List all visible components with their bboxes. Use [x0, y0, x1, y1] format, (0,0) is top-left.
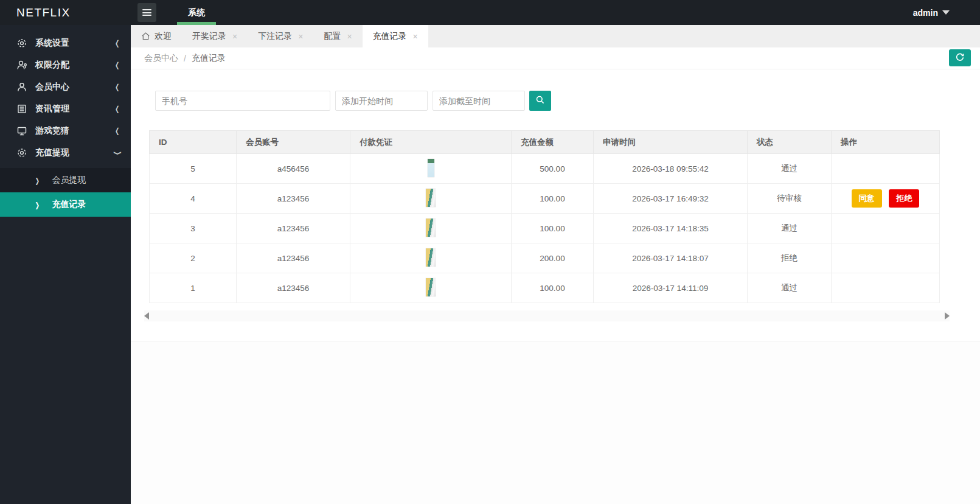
sidebar-item-game-betting[interactable]: 游戏竞猜 ❮ — [0, 120, 131, 142]
cell-id: 3 — [150, 214, 237, 243]
table-row: 3 a123456 100.00 2026-03-17 14:18:35 通过 — [150, 214, 940, 243]
chevron-down-icon: ❮ — [113, 150, 121, 155]
topnav-system-label: 系统 — [188, 7, 205, 18]
cell-account: a123456 — [237, 184, 350, 214]
voucher-thumbnail[interactable] — [428, 159, 434, 177]
cell-operation — [832, 273, 940, 303]
recharge-withdraw-submenu: ❯ 会员提现 ❯ 充值记录 — [0, 168, 131, 217]
top-bar: NETFLIX 系统 admin — [0, 0, 980, 25]
horizontal-scrollbar[interactable] — [144, 310, 950, 321]
sidebar-item-system-settings[interactable]: 系统设置 ❮ — [0, 32, 131, 54]
tab-bet-records[interactable]: 下注记录 × — [248, 25, 313, 47]
tab-config[interactable]: 配置 × — [313, 25, 362, 47]
close-icon[interactable]: × — [413, 32, 418, 41]
arrow-right-icon: ❯ — [35, 176, 40, 184]
user-key-icon — [16, 60, 27, 71]
cell-account: a123456 — [237, 214, 350, 243]
user-menu[interactable]: admin — [913, 8, 950, 18]
sidebar-item-member-center[interactable]: 会员中心 ❮ — [0, 76, 131, 98]
chevron-left-icon: ❮ — [115, 83, 119, 91]
close-icon[interactable]: × — [347, 32, 352, 41]
chevron-left-icon: ❮ — [115, 105, 119, 113]
cell-amount: 100.00 — [512, 273, 594, 303]
search-button[interactable] — [529, 91, 551, 111]
breadcrumb-parent[interactable]: 会员中心 — [144, 53, 178, 64]
table-row: 5 a456456 500.00 2026-03-18 09:55:42 通过 — [150, 154, 940, 184]
cell-apply-time: 2026-03-17 14:18:35 — [594, 214, 748, 243]
status-badge: 通过 — [748, 154, 832, 184]
status-badge: 通过 — [748, 273, 832, 303]
sidebar-item-permissions[interactable]: 权限分配 ❮ — [0, 54, 131, 76]
close-icon[interactable]: × — [298, 32, 303, 41]
chevron-left-icon: ❮ — [115, 127, 119, 135]
sidebar-item-label: 资讯管理 — [35, 103, 69, 114]
sidebar-item-label: 会员中心 — [35, 82, 69, 93]
refresh-icon — [955, 52, 965, 64]
content-footer-area — [131, 341, 980, 504]
col-header-status: 状态 — [748, 131, 832, 154]
start-time-input[interactable] — [335, 91, 428, 111]
sidebar-subitem-label: 会员提现 — [52, 175, 86, 186]
refresh-button[interactable] — [949, 49, 971, 66]
cell-id: 5 — [150, 154, 237, 184]
breadcrumb-current: 充值记录 — [192, 53, 226, 64]
chevron-left-icon: ❮ — [115, 61, 119, 69]
hamburger-icon — [142, 8, 151, 18]
table-row: 2 a123456 200.00 2026-03-17 14:18:07 拒绝 — [150, 243, 940, 273]
tab-label: 充值记录 — [373, 31, 407, 42]
sidebar-subitem-recharge-records[interactable]: ❯ 充值记录 — [0, 192, 131, 217]
table-row: 1 a123456 100.00 2026-03-17 14:11:09 通过 — [150, 273, 940, 303]
chevron-left-icon: ❮ — [115, 39, 119, 47]
gear-icon — [16, 147, 27, 158]
cell-apply-time: 2026-03-17 14:11:09 — [594, 273, 748, 303]
sidebar-item-news-management[interactable]: 资讯管理 ❮ — [0, 98, 131, 120]
tab-recharge-records[interactable]: 充值记录 × — [363, 25, 428, 47]
sidebar-item-label: 系统设置 — [35, 38, 69, 49]
gear-icon — [16, 38, 27, 49]
status-badge: 通过 — [748, 214, 832, 243]
refuse-button[interactable]: 拒绝 — [889, 189, 919, 208]
recharge-records-table: ID 会员账号 付款凭证 充值金额 申请时间 状态 操作 5 a456456 5… — [149, 130, 940, 303]
tab-bar: 欢迎 开奖记录 × 下注记录 × 配置 × 充值记录 × — [131, 25, 980, 47]
tab-label: 配置 — [324, 31, 341, 42]
sidebar-subitem-member-withdraw[interactable]: ❯ 会员提现 — [0, 168, 131, 192]
voucher-thumbnail[interactable] — [426, 248, 436, 267]
voucher-thumbnail[interactable] — [426, 278, 436, 296]
phone-input[interactable] — [155, 91, 330, 111]
status-badge: 待审核 — [748, 184, 832, 214]
col-header-voucher: 付款凭证 — [350, 131, 512, 154]
cell-apply-time: 2026-03-17 14:18:07 — [594, 243, 748, 273]
user-icon — [16, 82, 27, 93]
agree-button[interactable]: 同意 — [852, 189, 882, 208]
topnav-system[interactable]: 系统 — [177, 0, 216, 25]
cell-id: 2 — [150, 243, 237, 273]
scroll-right-icon[interactable] — [945, 312, 950, 320]
tab-label: 开奖记录 — [192, 31, 226, 42]
cell-account: a456456 — [237, 154, 350, 184]
close-icon[interactable]: × — [232, 32, 237, 41]
cell-operation — [832, 243, 940, 273]
scroll-left-icon[interactable] — [144, 312, 149, 320]
cell-amount: 100.00 — [512, 184, 594, 214]
tab-welcome[interactable]: 欢迎 — [131, 25, 182, 47]
breadcrumb-separator: / — [184, 54, 186, 63]
col-header-id: ID — [150, 131, 237, 154]
cell-amount: 200.00 — [512, 243, 594, 273]
home-icon — [141, 32, 150, 41]
sidebar-toggle-button[interactable] — [137, 3, 156, 22]
cell-amount: 100.00 — [512, 214, 594, 243]
cell-voucher — [350, 184, 512, 214]
tab-draw-records[interactable]: 开奖记录 × — [182, 25, 248, 47]
cell-voucher — [350, 214, 512, 243]
tab-label: 下注记录 — [258, 31, 292, 42]
voucher-thumbnail[interactable] — [426, 219, 436, 237]
cell-id: 1 — [150, 273, 237, 303]
sidebar-item-label: 游戏竞猜 — [35, 125, 69, 136]
col-header-account: 会员账号 — [237, 131, 350, 154]
sidebar-item-recharge-withdraw[interactable]: 充值提现 ❮ — [0, 142, 131, 164]
end-time-input[interactable] — [433, 91, 525, 111]
brand-logo: NETFLIX — [0, 6, 131, 19]
cell-voucher — [350, 273, 512, 303]
col-header-apply-time: 申请时间 — [594, 131, 748, 154]
voucher-thumbnail[interactable] — [426, 189, 436, 207]
